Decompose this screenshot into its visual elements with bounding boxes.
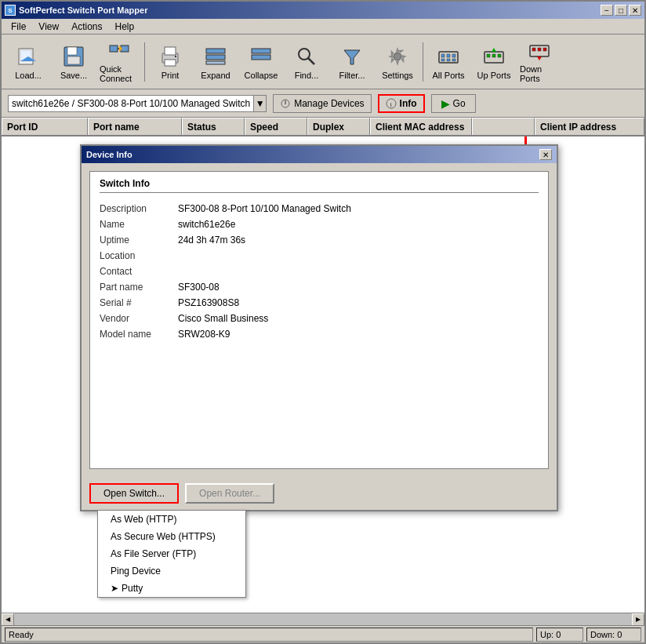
status-ready: Ready bbox=[5, 628, 533, 642]
menu-actions[interactable]: Actions bbox=[65, 20, 108, 34]
sep1 bbox=[144, 42, 145, 82]
go-btn[interactable]: ▶ Go bbox=[431, 94, 476, 113]
svg-rect-28 bbox=[452, 59, 455, 61]
menu-file[interactable]: File bbox=[5, 20, 32, 34]
filter-label: Filter... bbox=[339, 71, 365, 80]
menu-help[interactable]: Help bbox=[109, 20, 141, 34]
info-btn[interactable]: i Info bbox=[378, 94, 425, 113]
expand-btn[interactable]: Expand bbox=[194, 40, 238, 84]
svg-rect-17 bbox=[252, 55, 270, 60]
svg-point-18 bbox=[299, 49, 310, 60]
open-switch-container: Open Switch... As Web (HTTP) As Secure W… bbox=[89, 483, 179, 504]
open-switch-btn[interactable]: Open Switch... bbox=[89, 483, 179, 504]
col-status: Status bbox=[182, 118, 245, 135]
up-ports-icon bbox=[481, 44, 506, 69]
status-up: Up: 0 bbox=[536, 628, 583, 642]
menu-as-web[interactable]: As Web (HTTP) bbox=[98, 511, 245, 528]
svg-rect-14 bbox=[206, 55, 225, 60]
svg-rect-27 bbox=[447, 59, 450, 61]
manage-devices-btn[interactable]: Manage Devices bbox=[273, 94, 371, 113]
load-btn[interactable]: Load... bbox=[6, 40, 50, 84]
save-label: Save... bbox=[60, 71, 87, 80]
info-row-model: Model name SRW208-K9 bbox=[100, 326, 539, 342]
all-ports-icon bbox=[436, 44, 461, 69]
down-ports-icon bbox=[527, 41, 552, 63]
svg-rect-23 bbox=[441, 54, 445, 57]
find-label: Find... bbox=[295, 71, 319, 80]
col-ip: Client IP address bbox=[535, 118, 644, 135]
dialog-title-bar: Device Info ✕ bbox=[82, 146, 557, 163]
table-header: Port ID Port name Status Speed Duplex Cl… bbox=[2, 118, 644, 136]
quick-connect-btn[interactable]: Quick Connect bbox=[97, 40, 141, 84]
table-body: Device Info ✕ Switch Info Description SF… bbox=[2, 136, 644, 613]
find-icon bbox=[294, 44, 319, 69]
settings-label: Settings bbox=[382, 71, 413, 80]
svg-rect-30 bbox=[487, 54, 490, 57]
app-icon: S bbox=[5, 5, 16, 16]
menu-ping[interactable]: Ping Device bbox=[98, 562, 245, 580]
scroll-left-btn[interactable]: ◀ bbox=[2, 613, 14, 626]
dialog-buttons: Open Switch... As Web (HTTP) As Secure W… bbox=[82, 477, 557, 510]
scroll-track[interactable] bbox=[14, 613, 632, 626]
settings-btn[interactable]: Settings bbox=[376, 40, 419, 84]
info-icon: i bbox=[386, 98, 397, 109]
minimize-btn[interactable]: − bbox=[601, 5, 613, 16]
manage-devices-icon bbox=[280, 98, 291, 109]
open-router-btn[interactable]: Open Router... bbox=[185, 483, 274, 504]
svg-marker-38 bbox=[537, 56, 542, 60]
find-btn[interactable]: Find... bbox=[285, 40, 328, 84]
status-down: Down: 0 bbox=[586, 628, 641, 642]
scroll-right-btn[interactable]: ▶ bbox=[632, 613, 644, 626]
maximize-btn[interactable]: □ bbox=[615, 5, 627, 16]
dialog-title: Device Info bbox=[86, 150, 132, 159]
address-bar: switch61e26e / SF300-08 8-Port 10/100 Ma… bbox=[2, 89, 644, 118]
sep2 bbox=[423, 42, 423, 82]
col-port-name: Port name bbox=[88, 118, 182, 135]
svg-rect-10 bbox=[165, 47, 176, 55]
info-row-name: Name switch61e26e bbox=[100, 216, 539, 232]
dialog-body: Switch Info Description SF300-08 8-Port … bbox=[82, 163, 557, 477]
table-area: Port ID Port name Status Speed Duplex Cl… bbox=[2, 118, 644, 625]
svg-rect-4 bbox=[67, 56, 80, 64]
device-select[interactable]: switch61e26e / SF300-08 8-Port 10/100 Ma… bbox=[8, 95, 254, 112]
app-window: S SoftPerfect Switch Port Mapper − □ ✕ F… bbox=[0, 0, 646, 644]
info-row-part: Part name SF300-08 bbox=[100, 279, 539, 295]
title-bar: S SoftPerfect Switch Port Mapper − □ ✕ bbox=[2, 2, 644, 19]
info-row-contact: Contact bbox=[100, 264, 539, 279]
svg-rect-3 bbox=[67, 47, 77, 55]
go-icon: ▶ bbox=[441, 97, 450, 110]
load-label: Load... bbox=[15, 71, 42, 80]
save-btn[interactable]: Save... bbox=[52, 40, 96, 84]
col-port-id: Port ID bbox=[2, 118, 88, 135]
svg-point-21 bbox=[394, 53, 401, 60]
open-switch-dropdown: As Web (HTTP) As Secure Web (HTTPS) As F… bbox=[97, 510, 246, 598]
all-ports-btn[interactable]: All Ports bbox=[426, 40, 470, 84]
filter-icon bbox=[339, 44, 365, 69]
filter-btn[interactable]: Filter... bbox=[330, 40, 374, 84]
menu-as-ftp[interactable]: As File Server (FTP) bbox=[98, 545, 245, 562]
menu-view[interactable]: View bbox=[32, 20, 65, 34]
print-btn[interactable]: Print bbox=[148, 40, 192, 84]
collapse-icon bbox=[249, 44, 274, 69]
svg-rect-36 bbox=[538, 48, 541, 51]
close-btn[interactable]: ✕ bbox=[629, 5, 641, 16]
collapse-btn[interactable]: Collapse bbox=[239, 40, 283, 84]
load-icon bbox=[16, 44, 41, 69]
scroll-area: Device Info ✕ Switch Info Description SF… bbox=[2, 136, 644, 613]
settings-icon bbox=[385, 44, 410, 69]
svg-rect-15 bbox=[206, 61, 225, 64]
svg-rect-32 bbox=[498, 54, 501, 57]
svg-marker-33 bbox=[492, 48, 496, 52]
col-duplex: Duplex bbox=[307, 118, 370, 135]
menu-putty[interactable]: ➤ Putty bbox=[98, 580, 245, 597]
svg-rect-11 bbox=[165, 60, 176, 66]
device-dropdown-arrow[interactable]: ▼ bbox=[254, 95, 267, 112]
up-ports-btn[interactable]: Up Ports bbox=[472, 40, 516, 84]
svg-rect-25 bbox=[452, 54, 455, 57]
dialog-close-btn[interactable]: ✕ bbox=[539, 149, 552, 160]
menu-as-secure-web[interactable]: As Secure Web (HTTPS) bbox=[98, 528, 245, 545]
h-scrollbar: ◀ ▶ bbox=[2, 613, 644, 625]
down-ports-btn[interactable]: Down Ports bbox=[517, 40, 561, 84]
all-ports-label: All Ports bbox=[433, 71, 465, 80]
expand-label: Expand bbox=[201, 71, 230, 80]
